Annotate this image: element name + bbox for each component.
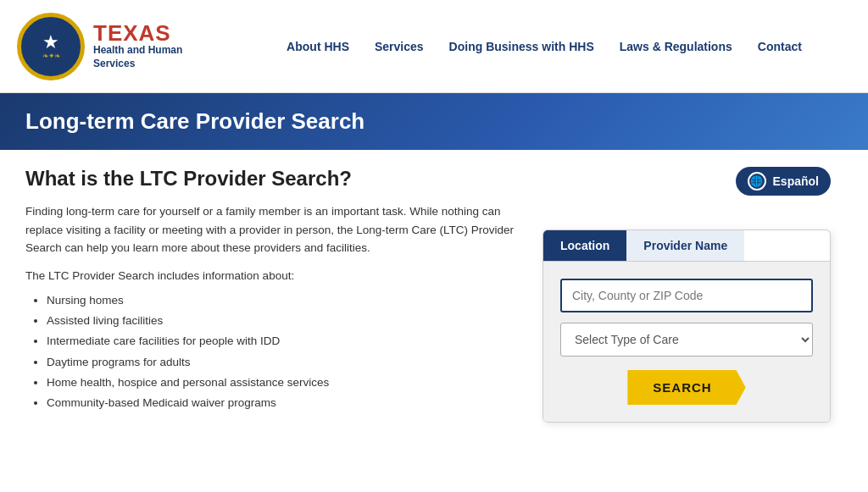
logo-area: ★ ❧✦❧ TEXAS Health and Human Services (17, 13, 237, 80)
search-button-wrap: SEARCH (560, 370, 813, 405)
list-item: Intermediate care facilities for people … (47, 331, 517, 351)
search-button[interactable]: SEARCH (627, 370, 745, 405)
hhs-subtitle-line1: Health and Human (93, 44, 182, 58)
right-panel: 🌐 Español Location Provider Name Select … (542, 167, 831, 423)
header: ★ ❧✦❧ TEXAS Health and Human Services Ab… (0, 0, 868, 93)
main-content: What is the LTC Provider Search? Finding… (0, 150, 868, 439)
search-body: Select Type of Care Nursing Facility Ass… (543, 262, 830, 422)
left-panel: What is the LTC Provider Search? Finding… (25, 167, 517, 423)
page-title: What is the LTC Provider Search? (25, 167, 517, 191)
tab-location[interactable]: Location (543, 230, 626, 261)
search-tabs: Location Provider Name (543, 230, 830, 262)
list-item: Daytime programs for adults (47, 352, 517, 373)
logo-text: TEXAS Health and Human Services (93, 22, 182, 70)
list-item: Assisted living facilities (47, 311, 517, 331)
hhs-subtitle-line2: Services (93, 58, 182, 71)
espanol-label: Español (773, 174, 819, 188)
includes-title: The LTC Provider Search includes informa… (25, 269, 517, 282)
list-item: Nursing homes (47, 290, 517, 311)
care-type-select[interactable]: Select Type of Care Nursing Facility Ass… (560, 323, 813, 357)
search-card: Location Provider Name Select Type of Ca… (542, 229, 831, 423)
banner-title: Long-term Care Provider Search (25, 108, 843, 135)
laurel-icon: ❧✦❧ (42, 52, 60, 60)
main-nav: About HHS Services Doing Business with H… (237, 40, 851, 53)
espanol-button[interactable]: 🌐 Español (736, 167, 831, 196)
nav-business[interactable]: Doing Business with HHS (449, 40, 594, 53)
nav-laws[interactable]: Laws & Regulations (620, 40, 732, 53)
logo-emblem: ★ ❧✦❧ (17, 13, 85, 80)
list-item: Home health, hospice and personal assist… (47, 373, 517, 393)
nav-about[interactable]: About HHS (287, 40, 349, 53)
list-item: Community-based Medicaid waiver programs (47, 393, 517, 413)
star-icon: ★ (42, 33, 59, 52)
espanol-bar: 🌐 Español (542, 167, 831, 196)
nav-contact[interactable]: Contact (758, 40, 802, 53)
globe-icon: 🌐 (748, 172, 766, 191)
nav-services[interactable]: Services (375, 40, 424, 53)
page-banner: Long-term Care Provider Search (0, 93, 868, 150)
main-description: Finding long-term care for yourself or a… (25, 202, 517, 257)
bullet-list: Nursing homes Assisted living facilities… (25, 290, 517, 414)
location-input[interactable] (560, 279, 813, 312)
tab-provider-name[interactable]: Provider Name (626, 230, 744, 261)
texas-label: TEXAS (93, 22, 182, 44)
